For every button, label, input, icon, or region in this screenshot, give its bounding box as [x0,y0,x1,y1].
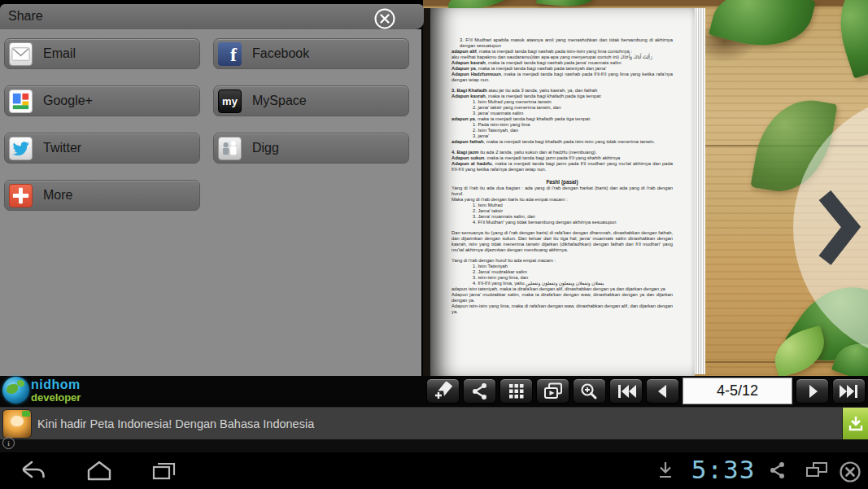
ad-text: Kini hadir Peta Indonesia! Dengan Bahasa… [37,408,314,440]
document-line: 1. Pada isim-isim yang lima [451,122,673,128]
book-page: 3. Fi'il Mudhari apabila masuk atasnya a… [430,8,695,376]
globe-logo-icon [2,377,29,404]
document-line: 2. Jama' mudzakkar salim [451,269,673,275]
last-page-button[interactable] [832,378,866,404]
share-option-label: Email [43,46,76,61]
share-option-label: Digg [252,141,279,155]
share-option-label: More [43,188,72,203]
document-line: 3. Fi'il Mudhari apabila masuk atasnya a… [451,37,673,49]
google-plus-icon [9,90,33,113]
publisher-name-2: developer [31,392,81,403]
document-line: adapun alif, maka ia menjadi tanda bagi … [451,49,673,55]
screenshot-status-icon[interactable] [804,460,830,481]
document-line: 2. jama' taksir yang menerima tanwin, da… [451,105,673,111]
document-line: adapun fathah, maka ia menjadi tanda bag… [451,139,673,145]
back-icon[interactable] [18,459,50,483]
share-dialog: Share Email f Facebook [0,0,424,376]
document-line: 3. Jama' muannats salim, dan [451,214,673,220]
ad-banner[interactable]: Kini hadir Peta Indonesia! Dengan Bahasa… [0,407,868,439]
status-clock: 5:33 [686,455,761,484]
publisher-name: nidhom [31,378,81,391]
document-line: 3. jama' muannats salim [451,111,673,116]
next-page-chevron-icon[interactable] [817,189,862,267]
document-line: 3. Bagi Khafadh atau jar itu ada 3 tanda… [451,88,673,94]
home-icon[interactable] [83,459,116,483]
ad-download-button[interactable] [842,408,868,440]
document-line: Maka yang di i'rab dengan baris itu ada … [451,197,673,203]
email-icon [9,42,33,66]
close-status-icon[interactable] [838,460,862,484]
ivy-leaf [827,0,868,79]
digg-icon [218,137,242,160]
twitter-icon [9,137,33,160]
more-icon [9,184,33,207]
document-line: 2. Jama' taksir [451,208,673,214]
info-icon[interactable]: i [2,437,15,449]
document-line: Adapun jama' mudzakkar salim, maka ia di… [451,292,673,303]
publisher-logo[interactable]: nidhom developer [2,377,81,404]
document-line: aku melihat bapakmu dan saudaramu(dan ap… [451,55,673,60]
screen: 3. Fi'il Mudhari apabila masuk atasnya a… [0,0,868,489]
facebook-icon: f [218,42,242,66]
add-bookmark-button[interactable] [426,378,460,404]
document-line: Adapun kasrah, maka ia menjadi tanda bag… [451,60,673,66]
next-page-button[interactable] [796,378,829,404]
share-option-label: Facebook [252,46,309,61]
zoom-in-button[interactable] [573,378,606,404]
document-line: Adapun ya, maka ia menjadi tanda bagi na… [451,66,673,72]
document-line: Dan semuanya itu (yang di i'rab dengan b… [451,230,673,253]
document-line: 3. jama' [451,133,673,139]
page-stack-edge [695,8,705,374]
share-option-label: Twitter [43,141,81,155]
document-line: Adapun al hadzfu, maka ia menjadi tanda … [451,161,673,172]
page-indicator[interactable]: 4-5/12 [683,378,792,404]
share-dialog-body: Email f Facebook Google+ my [0,29,421,376]
share-option-email[interactable]: Email [4,38,200,69]
share-status-icon[interactable] [766,460,789,481]
slideshow-button[interactable] [536,378,569,404]
ivy-leaf [769,325,831,376]
document-line: adapun ya, maka ia menjadi tanda bagi kh… [451,116,673,122]
book-spine-shadow [423,8,430,376]
share-option-digg[interactable]: Digg [213,133,409,164]
document-line: adapun isim tatsniyah, maka ia dirafa'ka… [451,286,673,292]
system-bar: 5:33 [0,452,868,489]
document-line: 3. isim-isim yang lima, dan [451,275,673,281]
document-text: 3. Fi'il Mudhari apabila masuk atasnya a… [451,37,673,315]
document-line: 2. Isim Tatsniyah, dan [451,128,673,133]
document-line: Adapun sukun, maka ia menjadi tanda bagi… [451,155,673,161]
myspace-icon: my [218,90,242,113]
ad-app-icon [2,409,32,439]
document-line: Adapun kasrah, maka ia menjadi tanda bag… [451,94,673,99]
document-line: 1. Isim Tatsniyah [451,264,673,269]
share-button[interactable] [463,378,496,404]
share-option-more[interactable]: More [4,180,200,211]
document-line: 4. Fi'il Mudhari' yang tidak bersambung … [451,220,673,225]
previous-page-button[interactable] [646,378,679,404]
page-indicator-value: 4-5/12 [717,382,758,399]
download-status-icon [656,460,675,481]
share-option-google-plus[interactable]: Google+ [4,85,200,116]
share-option-label: MySpace [252,94,307,108]
document-line: 4. Bagi jazm itu ada 2 tanda, yaitu suku… [451,150,673,155]
first-page-button[interactable] [609,378,643,404]
document-line: Fashl (pasal) [451,177,673,186]
share-option-label: Google+ [43,94,93,108]
document-line: 1. Isim Mufrad [451,203,673,208]
dialog-title: Share [8,9,43,24]
document-line: Yang di i'rab itu ada dua bagian : ada y… [451,186,673,197]
recent-apps-icon[interactable] [148,459,181,483]
document-line: 1. Isim Mufrad yang menerima tanwin [451,99,673,105]
thumbnail-grid-button[interactable] [499,378,533,404]
toolbar-buttons: 4-5/12 [426,378,866,404]
document-line: Adapun isim-isim yang lima, maka di rafa… [451,303,673,315]
document-line: 4. fi'il-fi'il yang lima, yaitu يفعلان و… [451,281,673,286]
share-option-myspace[interactable]: my MySpace [213,85,409,116]
share-option-twitter[interactable]: Twitter [4,133,200,164]
close-icon[interactable] [373,7,396,30]
share-option-facebook[interactable]: f Facebook [213,38,409,69]
document-line: Yang di i'rab dengan huruf itu ada empat… [451,258,673,264]
document-line: Adapun Hadzfunnuun, maka ia menjadi tand… [451,72,673,83]
ad-info-strip: i [0,439,868,452]
share-dialog-titlebar: Share [0,4,424,29]
